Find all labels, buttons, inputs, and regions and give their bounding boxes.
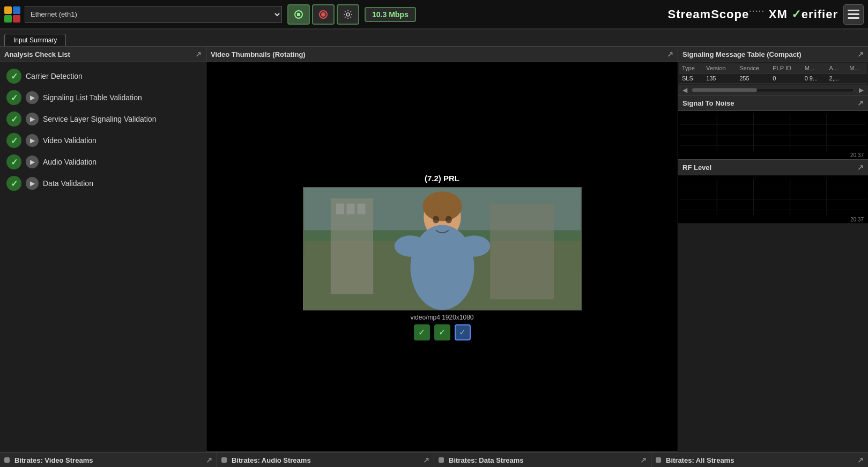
bitrate-all-title: Bitrates: All Streams (666, 456, 734, 464)
cell-version: 135 (703, 73, 737, 84)
svg-point-14 (422, 191, 462, 221)
checklist-title: Analysis Check List (4, 50, 70, 58)
video-expand-icon[interactable]: ↗ (667, 50, 673, 58)
bitrate-data-panel: Bitrates: Data Streams ↗ 0.06 0.02 0.00 (434, 453, 651, 467)
data-val-play-icon[interactable]: ▶ (26, 177, 39, 190)
video-codec-info: video/mp4 1920x1080 (410, 314, 473, 321)
legend-dot-data (439, 457, 444, 463)
rf-title: RF Level (682, 164, 711, 172)
checklist-container[interactable]: ✓ Carrier Detection ✓ ▶ Signaling List T… (0, 62, 206, 452)
signaling-table-content: Type Version Service PLP ID M... A... M.… (678, 62, 868, 85)
stop-button[interactable] (287, 4, 310, 25)
audio-val-play-icon[interactable]: ▶ (26, 155, 39, 168)
menu-line-1 (848, 10, 859, 11)
bitrate-data-header: Bitrates: Data Streams ↗ (434, 453, 651, 467)
signaling-list-check-icon: ✓ (6, 90, 21, 105)
signaling-list-play-icon[interactable]: ▶ (26, 91, 39, 104)
data-val-check-icon: ✓ (6, 176, 21, 191)
bitrate-data-expand-icon[interactable]: ↗ (640, 456, 647, 464)
video-val-play-icon[interactable]: ▶ (26, 134, 39, 147)
center-panel: Video Thumbnails (Rotating) ↗ (7.2) PRL (206, 47, 678, 452)
checklist-expand-icon[interactable]: ↗ (195, 50, 202, 58)
checklist-item-carrier: ✓ Carrier Detection (0, 65, 206, 87)
rf-expand-icon[interactable]: ↗ (857, 163, 864, 172)
service-layer-label: Service Layer Signaling Validation (43, 114, 156, 124)
settings-button[interactable] (337, 4, 359, 25)
svg-point-17 (458, 235, 489, 257)
rf-timestamp: 20:37 (850, 217, 864, 223)
tab-input-summary[interactable]: Input Summary (4, 34, 66, 46)
checklist-item-signaling-list: ✓ ▶ Signaling List Table Validation (0, 87, 206, 108)
col-service: Service (737, 63, 770, 73)
col-m1: M... (802, 63, 827, 73)
bitrate-audio-title: Bitrates: Audio Streams (232, 456, 311, 464)
scroll-right-arrow[interactable]: ▶ (857, 86, 866, 94)
bitrate-all-expand-icon[interactable]: ↗ (857, 456, 864, 464)
source-select[interactable]: Ethernet (eth1) (25, 6, 282, 23)
bitrate-audio-panel: Bitrates: Audio Streams ↗ 0.300 0.100 0.… (217, 453, 434, 467)
bitrate-video-expand-icon[interactable]: ↗ (206, 456, 212, 464)
legend-dot-video (4, 457, 10, 463)
legend-dot-all (656, 457, 661, 463)
carrier-check-icon: ✓ (6, 69, 21, 84)
checklist-item-data-val: ✓ ▶ Data Validation (0, 173, 206, 194)
snr-chart-svg (680, 113, 866, 157)
video-badge-check3: ✓ (455, 324, 471, 340)
signaling-scrollbar: ◀ ▶ (678, 85, 868, 95)
svg-rect-11 (346, 203, 354, 214)
bitrate-display: 10.3 Mbps (365, 7, 416, 22)
scroll-left-arrow[interactable]: ◀ (680, 86, 689, 94)
menu-line-2 (848, 13, 859, 15)
data-val-label: Data Validation (43, 179, 93, 188)
video-val-label: Video Validation (43, 136, 97, 145)
svg-point-18 (433, 216, 439, 223)
checklist-item-service-layer: ✓ ▶ Service Layer Signaling Validation (0, 108, 206, 130)
menu-line-3 (848, 17, 859, 19)
service-layer-play-icon[interactable]: ▶ (26, 113, 39, 125)
right-panel: Signaling Message Table (Compact) ↗ Type… (678, 47, 868, 452)
service-layer-check-icon: ✓ (6, 112, 21, 127)
app-logo: StreamScope····· XM ✓erifier (668, 7, 838, 21)
bitrate-audio-header: Bitrates: Audio Streams ↗ (217, 453, 434, 467)
col-plp: PLP ID (770, 63, 802, 73)
video-panel-title: Video Thumbnails (Rotating) (211, 50, 306, 58)
bitrate-audio-expand-icon[interactable]: ↗ (423, 456, 429, 464)
signaling-table: Type Version Service PLP ID M... A... M.… (679, 63, 867, 84)
col-version: Version (703, 63, 737, 73)
cell-service: 255 (737, 73, 770, 84)
video-panel-header: Video Thumbnails (Rotating) ↗ (206, 47, 678, 62)
signaling-expand-icon[interactable]: ↗ (857, 50, 864, 58)
legend-dot-audio (221, 457, 227, 463)
record-button[interactable] (312, 4, 335, 25)
bottom-panels: Bitrates: Video Streams ↗ 20 10 0 (0, 452, 868, 467)
signaling-panel-title: Signaling Message Table (Compact) (682, 50, 802, 58)
cell-type: SLS (679, 73, 703, 84)
hamburger-menu-button[interactable] (843, 4, 864, 25)
scroll-thumb (692, 88, 757, 92)
bitrate-video-panel: Bitrates: Video Streams ↗ 20 10 0 (0, 453, 217, 467)
audio-val-check-icon: ✓ (6, 154, 21, 169)
bitrate-video-header: Bitrates: Video Streams ↗ (0, 453, 217, 467)
svg-rect-1 (297, 13, 300, 16)
video-content: (7.2) PRL (206, 62, 678, 451)
cell-a: 2,... (827, 73, 847, 84)
checklist-item-audio-val: ✓ ▶ Audio Validation (0, 151, 206, 173)
checklist-item-video-val: ✓ ▶ Video Validation (0, 130, 206, 151)
video-badge-check1: ✓ (414, 324, 430, 340)
snr-expand-icon[interactable]: ↗ (857, 99, 864, 107)
rf-panel-header: RF Level ↗ (678, 160, 868, 175)
bitrate-data-title: Bitrates: Data Streams (449, 456, 523, 464)
cell-m1: 0 9... (802, 73, 827, 84)
source-icon (4, 6, 20, 23)
video-section: Video Thumbnails (Rotating) ↗ (7.2) PRL (206, 47, 678, 452)
snr-chart: 20:37 (678, 111, 868, 159)
scroll-track[interactable] (692, 88, 855, 92)
signaling-panel-header: Signaling Message Table (Compact) ↗ (678, 47, 868, 62)
svg-point-19 (445, 216, 451, 223)
video-badge-check2: ✓ (434, 324, 450, 340)
tab-bar: Input Summary (0, 29, 868, 47)
analysis-checklist-panel: Analysis Check List ↗ ✓ Carrier Detectio… (0, 47, 206, 452)
video-val-check-icon: ✓ (6, 133, 21, 148)
signaling-table-section: Signaling Message Table (Compact) ↗ Type… (678, 47, 868, 95)
cell-m2 (847, 73, 867, 84)
